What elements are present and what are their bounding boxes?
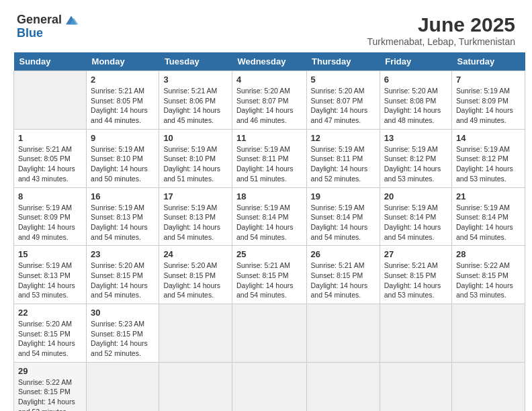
day-info: Sunrise: 5:21 AM Sunset: 8:15 PM Dayligh… — [384, 261, 447, 300]
table-row — [87, 362, 159, 411]
day-number: 26 — [311, 249, 375, 259]
table-row — [232, 362, 306, 411]
day-number: 7 — [456, 75, 521, 85]
location: Turkmenabat, Lebap, Turkmenistan — [367, 36, 516, 47]
calendar-row: 22 Sunrise: 5:20 AM Sunset: 8:15 PM Dayl… — [14, 304, 525, 363]
day-number: 17 — [163, 191, 228, 201]
calendar-row: 29 Sunrise: 5:22 AM Sunset: 8:15 PM Dayl… — [14, 362, 525, 411]
month-year: June 2025 — [367, 13, 516, 36]
table-row: 24 Sunrise: 5:20 AM Sunset: 8:15 PM Dayl… — [159, 246, 232, 304]
day-info: Sunrise: 5:19 AM Sunset: 8:10 PM Dayligh… — [163, 144, 228, 184]
table-row — [380, 304, 451, 363]
table-row: 17 Sunrise: 5:19 AM Sunset: 8:13 PM Dayl… — [159, 187, 232, 246]
calendar-wrapper: Sunday Monday Tuesday Wednesday Thursday… — [7, 52, 525, 411]
day-number: 2 — [91, 75, 154, 85]
day-number: 11 — [236, 133, 302, 143]
day-info: Sunrise: 5:21 AM Sunset: 8:15 PM Dayligh… — [311, 261, 375, 300]
day-info: Sunrise: 5:21 AM Sunset: 8:06 PM Dayligh… — [163, 86, 228, 126]
day-number: 23 — [91, 249, 154, 259]
header-thursday: Thursday — [306, 52, 380, 71]
header-monday: Monday — [87, 52, 159, 71]
day-number: 6 — [384, 75, 447, 85]
day-number: 28 — [456, 249, 521, 259]
title-area: June 2025 Turkmenabat, Lebap, Turkmenist… — [367, 13, 516, 47]
day-info: Sunrise: 5:19 AM Sunset: 8:13 PM Dayligh… — [163, 203, 228, 242]
day-number: 19 — [311, 191, 375, 201]
calendar-row: 15 Sunrise: 5:19 AM Sunset: 8:13 PM Dayl… — [14, 246, 525, 304]
table-row: 10 Sunrise: 5:19 AM Sunset: 8:10 PM Dayl… — [159, 129, 232, 187]
day-info: Sunrise: 5:21 AM Sunset: 8:15 PM Dayligh… — [236, 261, 302, 300]
day-info: Sunrise: 5:22 AM Sunset: 8:15 PM Dayligh… — [18, 377, 82, 411]
table-row — [306, 304, 380, 363]
table-row: 28 Sunrise: 5:22 AM Sunset: 8:15 PM Dayl… — [452, 246, 525, 304]
table-row: 26 Sunrise: 5:21 AM Sunset: 8:15 PM Dayl… — [306, 246, 380, 304]
day-info: Sunrise: 5:19 AM Sunset: 8:12 PM Dayligh… — [456, 144, 521, 184]
day-number: 5 — [311, 75, 375, 85]
table-row: 11 Sunrise: 5:19 AM Sunset: 8:11 PM Dayl… — [232, 129, 306, 187]
table-row: 5 Sunrise: 5:20 AM Sunset: 8:07 PM Dayli… — [306, 71, 380, 130]
header-wednesday: Wednesday — [232, 52, 306, 71]
day-info: Sunrise: 5:19 AM Sunset: 8:11 PM Dayligh… — [236, 144, 302, 184]
day-info: Sunrise: 5:20 AM Sunset: 8:08 PM Dayligh… — [384, 86, 447, 126]
day-info: Sunrise: 5:19 AM Sunset: 8:13 PM Dayligh… — [91, 203, 154, 242]
day-number: 12 — [311, 133, 375, 143]
table-row — [159, 304, 232, 363]
day-info: Sunrise: 5:20 AM Sunset: 8:15 PM Dayligh… — [91, 261, 154, 300]
table-row: 13 Sunrise: 5:19 AM Sunset: 8:12 PM Dayl… — [380, 129, 451, 187]
table-row: 23 Sunrise: 5:20 AM Sunset: 8:15 PM Dayl… — [87, 246, 159, 304]
day-number: 14 — [456, 133, 521, 143]
day-number: 13 — [384, 133, 447, 143]
table-row: 6 Sunrise: 5:20 AM Sunset: 8:08 PM Dayli… — [380, 71, 451, 130]
day-info: Sunrise: 5:19 AM Sunset: 8:14 PM Dayligh… — [456, 203, 521, 242]
day-number: 9 — [91, 133, 154, 143]
table-row: 7 Sunrise: 5:19 AM Sunset: 8:09 PM Dayli… — [452, 71, 525, 130]
day-info: Sunrise: 5:19 AM Sunset: 8:10 PM Dayligh… — [91, 144, 154, 184]
day-info: Sunrise: 5:21 AM Sunset: 8:05 PM Dayligh… — [91, 86, 154, 126]
day-number: 3 — [163, 75, 228, 85]
table-row: 12 Sunrise: 5:19 AM Sunset: 8:11 PM Dayl… — [306, 129, 380, 187]
day-info: Sunrise: 5:21 AM Sunset: 8:05 PM Dayligh… — [18, 144, 82, 184]
day-number: 16 — [91, 191, 154, 201]
day-info: Sunrise: 5:20 AM Sunset: 8:15 PM Dayligh… — [18, 319, 82, 359]
table-row: 21 Sunrise: 5:19 AM Sunset: 8:14 PM Dayl… — [452, 187, 525, 246]
day-number: 10 — [163, 133, 228, 143]
day-info: Sunrise: 5:19 AM Sunset: 8:09 PM Dayligh… — [18, 203, 82, 242]
calendar-table: Sunday Monday Tuesday Wednesday Thursday… — [13, 52, 525, 411]
day-number: 18 — [236, 191, 302, 201]
table-row: 8 Sunrise: 5:19 AM Sunset: 8:09 PM Dayli… — [14, 187, 87, 246]
day-number: 15 — [18, 249, 82, 259]
logo: General Blue — [17, 13, 79, 40]
header-friday: Friday — [380, 52, 451, 71]
table-row: 20 Sunrise: 5:19 AM Sunset: 8:14 PM Dayl… — [380, 187, 451, 246]
day-info: Sunrise: 5:19 AM Sunset: 8:13 PM Dayligh… — [18, 261, 82, 300]
table-row: 22 Sunrise: 5:20 AM Sunset: 8:15 PM Dayl… — [14, 304, 87, 363]
calendar-row: 2 Sunrise: 5:21 AM Sunset: 8:05 PM Dayli… — [14, 71, 525, 130]
day-number: 4 — [236, 75, 302, 85]
header-sunday: Sunday — [14, 52, 87, 71]
calendar-row: 8 Sunrise: 5:19 AM Sunset: 8:09 PM Dayli… — [14, 187, 525, 246]
day-number: 29 — [18, 366, 82, 376]
table-row: 1 Sunrise: 5:21 AM Sunset: 8:05 PM Dayli… — [14, 129, 87, 187]
day-info: Sunrise: 5:20 AM Sunset: 8:07 PM Dayligh… — [236, 86, 302, 126]
day-number: 30 — [91, 308, 154, 318]
table-row: 16 Sunrise: 5:19 AM Sunset: 8:13 PM Dayl… — [87, 187, 159, 246]
day-info: Sunrise: 5:19 AM Sunset: 8:14 PM Dayligh… — [236, 203, 302, 242]
table-row: 4 Sunrise: 5:20 AM Sunset: 8:07 PM Dayli… — [232, 71, 306, 130]
day-number: 8 — [18, 191, 82, 201]
day-number: 21 — [456, 191, 521, 201]
day-info: Sunrise: 5:22 AM Sunset: 8:15 PM Dayligh… — [456, 261, 521, 300]
table-row: 19 Sunrise: 5:19 AM Sunset: 8:14 PM Dayl… — [306, 187, 380, 246]
weekday-header-row: Sunday Monday Tuesday Wednesday Thursday… — [14, 52, 525, 71]
logo-general: General — [17, 13, 62, 27]
calendar-row: 1 Sunrise: 5:21 AM Sunset: 8:05 PM Dayli… — [14, 129, 525, 187]
table-row — [14, 71, 87, 130]
page-header: General Blue June 2025 Turkmenabat, Leba… — [7, 7, 525, 52]
day-info: Sunrise: 5:20 AM Sunset: 8:15 PM Dayligh… — [163, 261, 228, 300]
day-info: Sunrise: 5:19 AM Sunset: 8:09 PM Dayligh… — [456, 86, 521, 126]
table-row: 9 Sunrise: 5:19 AM Sunset: 8:10 PM Dayli… — [87, 129, 159, 187]
day-info: Sunrise: 5:19 AM Sunset: 8:12 PM Dayligh… — [384, 144, 447, 184]
day-info: Sunrise: 5:19 AM Sunset: 8:14 PM Dayligh… — [384, 203, 447, 242]
day-number: 20 — [384, 191, 447, 201]
table-row: 30 Sunrise: 5:23 AM Sunset: 8:15 PM Dayl… — [87, 304, 159, 363]
day-number: 27 — [384, 249, 447, 259]
